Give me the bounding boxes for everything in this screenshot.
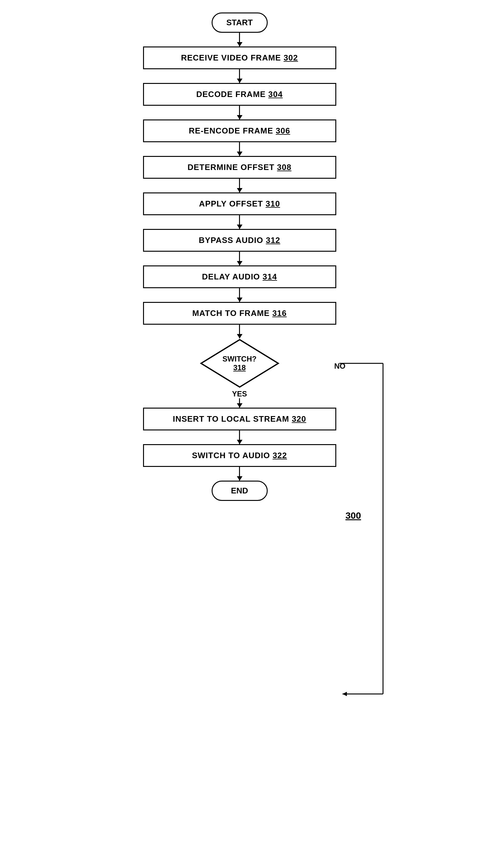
arrow-5 (239, 179, 240, 192)
node-322: SWITCH TO AUDIO 322 (143, 444, 336, 467)
node-308: DETERMINE OFFSET 308 (143, 156, 336, 179)
arrow-6 (239, 215, 240, 229)
arrow-3 (239, 106, 240, 120)
diagram-container: START RECEIVE VIDEO FRAME 302 DECODE FRA… (99, 12, 380, 521)
arrow-2 (239, 69, 240, 83)
no-branch-svg (339, 363, 389, 707)
node-310: APPLY OFFSET 310 (143, 192, 336, 215)
arrow-7 (239, 252, 240, 266)
node-312: BYPASS AUDIO 312 (143, 229, 336, 252)
arrow-8 (239, 288, 240, 302)
arrow-4 (239, 142, 240, 156)
node-316: MATCH TO FRAME 316 (143, 302, 336, 325)
arrow-9 (239, 325, 240, 338)
yes-label: YES (232, 390, 247, 398)
arrow-1 (239, 33, 240, 46)
node-318: SWITCH? 318 (199, 338, 280, 388)
switch-ref: 318 (233, 363, 246, 372)
arrow-10 (239, 398, 240, 408)
switch-label: SWITCH? (223, 354, 256, 363)
arrow-12 (239, 467, 240, 480)
end-node: END (212, 480, 268, 501)
node-302: RECEIVE VIDEO FRAME 302 (143, 46, 336, 69)
node-306: RE-ENCODE FRAME 306 (143, 120, 336, 142)
svg-marker-4 (342, 692, 347, 696)
arrow-11 (239, 430, 240, 444)
start-node: START (212, 12, 268, 33)
flowchart: START RECEIVE VIDEO FRAME 302 DECODE FRA… (131, 12, 349, 501)
node-314: DELAY AUDIO 314 (143, 266, 336, 288)
node-304: DECODE FRAME 304 (143, 83, 336, 106)
switch-section: SWITCH? 318 NO YES (131, 338, 349, 398)
node-320: INSERT TO LOCAL STREAM 320 (143, 408, 336, 430)
